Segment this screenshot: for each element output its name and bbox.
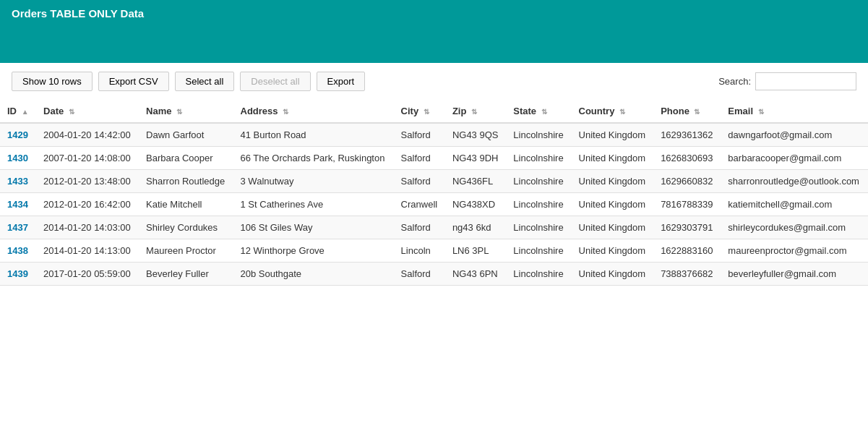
cell-country: United Kingdom	[572, 239, 654, 263]
cell-city: Lincoln	[394, 239, 445, 263]
cell-name: Katie Mitchell	[139, 193, 233, 216]
cell-zip: NG43 6PN	[445, 263, 506, 286]
cell-zip: NG438XD	[445, 193, 506, 216]
cell-country: United Kingdom	[572, 147, 654, 170]
sort-icon-phone: ⇅	[694, 108, 700, 116]
cell-state: Lincolnshire	[506, 147, 571, 170]
cell-zip: ng43 6kd	[445, 216, 506, 239]
cell-id: 1434	[0, 193, 36, 216]
col-header-id[interactable]: ID ▲	[0, 100, 36, 123]
cell-phone: 1626830693	[653, 147, 721, 170]
cell-id: 1433	[0, 170, 36, 193]
cell-name: Dawn Garfoot	[139, 123, 233, 147]
cell-email: shirleycordukes@gmail.com	[721, 216, 868, 239]
cell-address: 106 St Giles Way	[233, 216, 394, 239]
cell-id: 1439	[0, 263, 36, 286]
col-header-country[interactable]: Country ⇅	[572, 100, 654, 123]
cell-country: United Kingdom	[572, 170, 654, 193]
cell-name: Beverley Fuller	[139, 263, 233, 286]
table-row: 14302007-01-20 14:08:00Barbara Cooper66 …	[0, 147, 868, 170]
cell-phone: 1629361362	[653, 123, 721, 147]
cell-name: Barbara Cooper	[139, 147, 233, 170]
cell-phone: 1622883160	[653, 239, 721, 263]
cell-email: katiemitchell@gmail.com	[721, 193, 868, 216]
cell-id: 1430	[0, 147, 36, 170]
col-header-email[interactable]: Email ⇅	[721, 100, 868, 123]
col-header-phone[interactable]: Phone ⇅	[653, 100, 721, 123]
cell-country: United Kingdom	[572, 216, 654, 239]
cell-date: 2004-01-20 14:42:00	[36, 123, 139, 147]
cell-state: Lincolnshire	[506, 263, 571, 286]
cell-phone: 7816788339	[653, 193, 721, 216]
cell-address: 41 Burton Road	[233, 123, 394, 147]
cell-email: barbaracooper@gmail.com	[721, 147, 868, 170]
cell-phone: 1629303791	[653, 216, 721, 239]
col-header-zip[interactable]: Zip ⇅	[445, 100, 506, 123]
select-all-button[interactable]: Select all	[175, 72, 235, 91]
table-body: 14292004-01-20 14:42:00Dawn Garfoot41 Bu…	[0, 123, 868, 286]
table-row: 14372014-01-20 14:03:00Shirley Cordukes1…	[0, 216, 868, 239]
toolbar: Show 10 rows Export CSV Select all Desel…	[0, 63, 868, 100]
cell-date: 2017-01-20 05:59:00	[36, 263, 139, 286]
cell-name: Maureen Proctor	[139, 239, 233, 263]
cell-state: Lincolnshire	[506, 239, 571, 263]
export-button[interactable]: Export	[317, 72, 366, 91]
cell-state: Lincolnshire	[506, 170, 571, 193]
table-row: 14292004-01-20 14:42:00Dawn Garfoot41 Bu…	[0, 123, 868, 147]
cell-country: United Kingdom	[572, 123, 654, 147]
cell-id: 1438	[0, 239, 36, 263]
table-row: 14342012-01-20 16:42:00Katie Mitchell1 S…	[0, 193, 868, 216]
cell-state: Lincolnshire	[506, 193, 571, 216]
cell-phone: 7388376682	[653, 263, 721, 286]
col-header-address[interactable]: Address ⇅	[233, 100, 394, 123]
sort-icon-email: ⇅	[758, 108, 764, 116]
search-label: Search:	[718, 76, 751, 87]
col-header-name[interactable]: Name ⇅	[139, 100, 233, 123]
col-header-date[interactable]: Date ⇅	[36, 100, 139, 123]
table-row: 14332012-01-20 13:48:00Sharron Routledge…	[0, 170, 868, 193]
cell-country: United Kingdom	[572, 263, 654, 286]
cell-email: beverleyfuller@gmail.com	[721, 263, 868, 286]
cell-state: Lincolnshire	[506, 123, 571, 147]
table-header: ID ▲ Date ⇅ Name ⇅ Address ⇅ City ⇅ Zip …	[0, 100, 868, 123]
cell-address: 66 The Orchards Park, Ruskington	[233, 147, 394, 170]
cell-id: 1437	[0, 216, 36, 239]
cell-city: Salford	[394, 123, 445, 147]
cell-city: Salford	[394, 170, 445, 193]
cell-city: Salford	[394, 263, 445, 286]
search-area: Search:	[718, 72, 856, 90]
deselect-all-button[interactable]: Deselect all	[240, 72, 310, 91]
cell-name: Sharron Routledge	[139, 170, 233, 193]
cell-city: Cranwell	[394, 193, 445, 216]
cell-address: 12 Winthorpe Grove	[233, 239, 394, 263]
cell-zip: LN6 3PL	[445, 239, 506, 263]
cell-date: 2014-01-20 14:03:00	[36, 216, 139, 239]
cell-email: maureenproctor@gmail.com	[721, 239, 868, 263]
table-row: 14392017-01-20 05:59:00Beverley Fuller20…	[0, 263, 868, 286]
cell-zip: NG43 9DH	[445, 147, 506, 170]
cell-address: 20b Southgate	[233, 263, 394, 286]
cell-email: dawngarfoot@gmail.com	[721, 123, 868, 147]
cell-date: 2014-01-20 14:13:00	[36, 239, 139, 263]
col-header-state[interactable]: State ⇅	[506, 100, 571, 123]
header-bar: Orders TABLE ONLY Data	[0, 0, 868, 63]
data-table: ID ▲ Date ⇅ Name ⇅ Address ⇅ City ⇅ Zip …	[0, 100, 868, 286]
sort-icon-date: ⇅	[69, 108, 74, 116]
cell-address: 3 Walnutway	[233, 170, 394, 193]
cell-phone: 1629660832	[653, 170, 721, 193]
col-header-city[interactable]: City ⇅	[394, 100, 445, 123]
sort-icon-id: ▲	[22, 108, 29, 116]
cell-name: Shirley Cordukes	[139, 216, 233, 239]
cell-address: 1 St Catherines Ave	[233, 193, 394, 216]
sort-icon-country: ⇅	[619, 108, 625, 116]
cell-date: 2007-01-20 14:08:00	[36, 147, 139, 170]
sort-icon-state: ⇅	[541, 108, 547, 116]
cell-date: 2012-01-20 16:42:00	[36, 193, 139, 216]
page-title: Orders TABLE ONLY Data	[12, 7, 144, 20]
show-rows-button[interactable]: Show 10 rows	[12, 72, 93, 91]
table-row: 14382014-01-20 14:13:00Maureen Proctor12…	[0, 239, 868, 263]
search-input[interactable]	[755, 72, 856, 90]
sort-icon-name: ⇅	[176, 108, 182, 116]
export-csv-button[interactable]: Export CSV	[98, 72, 169, 91]
cell-country: United Kingdom	[572, 193, 654, 216]
